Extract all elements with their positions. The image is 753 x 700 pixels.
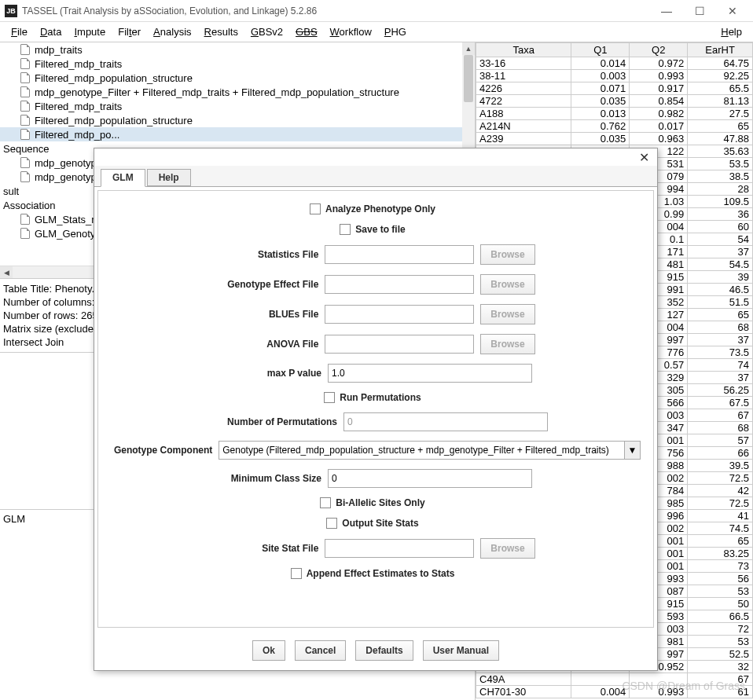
table-cell: 0.917 xyxy=(630,82,688,95)
output-site-stats-checkbox[interactable] xyxy=(326,518,337,529)
genotype-component-value: Genotype (Filtered_mdp_population_struct… xyxy=(222,445,609,456)
biallelic-only-checkbox[interactable] xyxy=(320,497,331,508)
table-cell: 0.972 xyxy=(630,57,688,70)
ok-button[interactable]: Ok xyxy=(252,640,285,661)
table-cell: 53 xyxy=(688,636,753,648)
table-cell: 0.035 xyxy=(571,133,630,145)
anova-file-browse-button[interactable]: Browse xyxy=(480,334,534,354)
table-row[interactable]: A2390.0350.96347.88 xyxy=(476,133,753,145)
menu-filter[interactable]: Filter xyxy=(112,24,147,39)
tab-help[interactable]: Help xyxy=(147,169,191,186)
save-to-file-checkbox[interactable] xyxy=(340,224,351,235)
tree-item-label: Filtered_mdp_population_structure xyxy=(35,72,193,84)
table-row[interactable]: 47220.0350.85481.13 xyxy=(476,95,753,108)
cancel-button[interactable]: Cancel xyxy=(295,640,346,661)
table-cell: 65 xyxy=(688,120,753,133)
table-cell: 37 xyxy=(688,334,753,346)
tree-item[interactable]: Filtered_mdp_traits xyxy=(0,57,475,71)
table-header[interactable]: Q1 xyxy=(571,43,630,57)
tree-item[interactable]: Filtered_mdp_population_structure xyxy=(0,113,475,127)
table-header[interactable]: EarHT xyxy=(688,43,753,57)
tree-item[interactable]: Filtered_mdp_population_structure xyxy=(0,71,475,85)
table-cell: 0.013 xyxy=(571,108,630,120)
genotype-effect-file-browse-button[interactable]: Browse xyxy=(480,274,534,295)
menu-gbsv2[interactable]: GBSv2 xyxy=(244,24,289,39)
menu-phg[interactable]: PHG xyxy=(378,24,413,39)
table-row[interactable]: C49A67 xyxy=(476,673,753,686)
table-cell: 68 xyxy=(688,321,753,334)
tree-item[interactable]: Filtered_mdp_po... xyxy=(0,127,475,141)
minimum-class-size-input[interactable] xyxy=(328,469,532,488)
append-effect-estimates-checkbox[interactable] xyxy=(291,568,302,579)
table-cell: 53 xyxy=(688,585,753,598)
run-permutations-label: Run Permutations xyxy=(340,392,421,403)
save-to-file-label: Save to file xyxy=(355,224,405,235)
table-header[interactable]: Q2 xyxy=(630,43,688,57)
scroll-up-icon[interactable]: ▲ xyxy=(462,42,475,55)
dialog-close-button[interactable]: ✕ xyxy=(636,150,652,165)
anova-file-input[interactable] xyxy=(325,335,474,354)
max-p-value-label: max P value xyxy=(219,368,321,379)
tab-glm[interactable]: GLM xyxy=(101,169,145,187)
blues-file-browse-button[interactable]: Browse xyxy=(480,304,534,324)
tree-item[interactable]: mdp_genotype_Filter + Filtered_mdp_trait… xyxy=(0,85,475,99)
table-cell: 0.003 xyxy=(571,70,630,82)
max-p-value-input[interactable] xyxy=(328,364,532,383)
table-cell: 0.035 xyxy=(571,95,630,108)
tree-item[interactable]: Filtered_mdp_traits xyxy=(0,99,475,113)
menu-results[interactable]: Results xyxy=(198,24,244,39)
file-icon xyxy=(20,101,30,112)
table-row[interactable]: 33-160.0140.97264.75 xyxy=(476,57,753,70)
menu-help[interactable]: Help xyxy=(714,24,748,39)
number-permutations-label: Number of Permutations xyxy=(204,416,337,427)
menu-data[interactable]: Data xyxy=(34,24,68,39)
statistics-file-browse-button[interactable]: Browse xyxy=(480,244,534,265)
maximize-button[interactable]: ☐ xyxy=(690,2,709,20)
site-stat-file-input[interactable] xyxy=(325,539,474,558)
run-permutations-checkbox[interactable] xyxy=(324,392,335,403)
table-cell: 0.017 xyxy=(630,120,688,133)
table-row[interactable]: A1880.0130.98227.5 xyxy=(476,108,753,120)
menu-gbs[interactable]: GBS xyxy=(289,24,323,39)
table-cell: C49A xyxy=(476,673,571,686)
table-header[interactable]: Taxa xyxy=(476,43,571,57)
scroll-left-icon[interactable]: ◀ xyxy=(0,266,13,278)
analyze-phenotype-only-checkbox[interactable] xyxy=(310,203,321,214)
close-button[interactable]: ✕ xyxy=(723,2,742,20)
table-row[interactable]: A214N0.7620.01765 xyxy=(476,120,753,133)
user-manual-button[interactable]: User Manual xyxy=(423,640,499,661)
table-cell: 37 xyxy=(688,246,753,258)
menu-analysis[interactable]: Analysis xyxy=(147,24,197,39)
statistics-file-input[interactable] xyxy=(325,245,474,264)
table-cell: 46.5 xyxy=(688,284,753,296)
table-cell: 72 xyxy=(688,623,753,636)
genotype-effect-file-input[interactable] xyxy=(325,275,474,294)
blues-file-input[interactable] xyxy=(325,305,474,324)
tree-item-label: Filtered_mdp_traits xyxy=(35,101,122,112)
title-bar: JB TASSEL (Trait Analysis by aSSociation… xyxy=(0,0,753,22)
menu-workflow[interactable]: Workflow xyxy=(324,24,378,39)
menu-file[interactable]: File xyxy=(5,24,34,39)
table-cell: 50 xyxy=(688,598,753,610)
number-permutations-input[interactable] xyxy=(343,412,548,431)
tree-item[interactable]: mdp_traits xyxy=(0,42,475,57)
analyze-phenotype-only-label: Analyze Phenotype Only xyxy=(325,203,435,214)
table-row[interactable]: CH701-300.0040.99361 xyxy=(476,686,753,698)
site-stat-file-browse-button[interactable]: Browse xyxy=(480,538,534,559)
file-icon xyxy=(20,129,30,140)
table-cell: 52.5 xyxy=(688,648,753,661)
table-cell: 47.88 xyxy=(688,133,753,145)
table-row[interactable]: 38-110.0030.99392.25 xyxy=(476,70,753,82)
menu-impute[interactable]: Impute xyxy=(68,24,112,39)
defaults-button[interactable]: Defaults xyxy=(355,640,413,661)
table-cell: 66.5 xyxy=(688,610,753,623)
table-cell: 39 xyxy=(688,271,753,284)
statistics-file-label: Statistics File xyxy=(216,249,318,260)
table-cell: 0.982 xyxy=(630,108,688,120)
table-row[interactable]: 42260.0710.91765.5 xyxy=(476,82,753,95)
table-cell: 72.5 xyxy=(688,497,753,510)
table-cell: 109.5 xyxy=(688,196,753,208)
table-cell: 73.5 xyxy=(688,346,753,359)
genotype-component-select[interactable]: Genotype (Filtered_mdp_population_struct… xyxy=(219,441,641,460)
minimize-button[interactable]: — xyxy=(657,2,676,20)
